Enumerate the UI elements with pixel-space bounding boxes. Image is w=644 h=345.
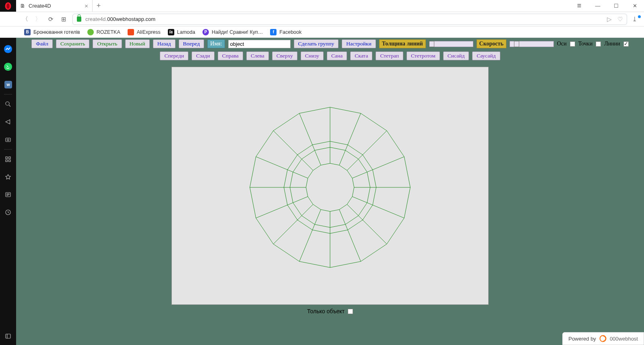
new-tab-button[interactable]: + [93, 0, 105, 12]
svg-line-68 [312, 145, 315, 150]
points-checkbox[interactable] [596, 41, 601, 47]
speed-slider[interactable] [510, 41, 554, 47]
search-icon[interactable] [0, 95, 16, 113]
bookmark-label: Найди! Сравни! Куп… [212, 29, 263, 35]
bookmark-icon-rozetka [87, 29, 94, 35]
bookmark-rozetka[interactable]: ROZETKA [87, 29, 120, 35]
bookmark-lamoda[interactable]: laLamoda [168, 29, 195, 35]
bookmarks-icon[interactable] [0, 168, 16, 186]
name-label: Имя: [207, 39, 225, 48]
svg-line-25 [339, 150, 345, 165]
view-left-button[interactable]: Слева [246, 51, 269, 60]
messenger-icon[interactable] [0, 40, 16, 58]
send-icon[interactable]: ▷ [607, 16, 612, 23]
content-row: w Файл Сохранить Открыть Новый Назад Впе… [0, 38, 644, 345]
svg-line-40 [347, 204, 358, 216]
bookmark-facebook[interactable]: fFacebook [270, 29, 301, 35]
settings-button[interactable]: Настройки [342, 39, 376, 48]
url-input[interactable]: create4d.000webhostapp.com ▷ ♡ [72, 14, 627, 25]
undo-button[interactable]: Назад [153, 39, 175, 48]
maximize-button[interactable]: ☐ [607, 0, 625, 12]
forward-nav-icon[interactable]: 〉 [34, 15, 42, 23]
view-sisayd-button[interactable]: Сисайд [443, 51, 469, 60]
save-button[interactable]: Сохранить [56, 39, 89, 48]
svg-line-43 [339, 209, 345, 224]
line-width-slider[interactable] [429, 41, 473, 47]
host-footer[interactable]: Powered by 000webhost [562, 332, 644, 345]
downloads-icon[interactable]: ⤓ [632, 15, 641, 23]
object-name-input[interactable] [228, 40, 291, 48]
browser-tab[interactable]: 🗎 Create4D × [16, 0, 93, 12]
bookmark-icon-b: B [24, 29, 31, 35]
svg-line-51 [273, 220, 297, 244]
open-button[interactable]: Открыть [93, 39, 122, 48]
svg-line-27 [363, 131, 387, 155]
snapshot-icon[interactable] [0, 131, 16, 148]
render-canvas[interactable] [171, 67, 489, 305]
redo-button[interactable]: Вперед [179, 39, 204, 48]
only-object-checkbox[interactable] [348, 309, 353, 314]
close-window-button[interactable]: ✕ [625, 0, 644, 12]
svg-line-49 [315, 209, 321, 224]
view-stetrap-button[interactable]: Стетрап [376, 51, 403, 60]
heart-icon[interactable]: ♡ [617, 16, 623, 23]
view-right-button[interactable]: Справа [218, 51, 243, 60]
view-stetrotom-button[interactable]: Стетротом [407, 51, 440, 60]
view-front-button[interactable]: Спереди [160, 51, 188, 60]
make-group-button[interactable]: Сделать группу [294, 39, 339, 48]
svg-line-53 [297, 216, 302, 220]
reload-icon[interactable]: ⟳ [47, 16, 55, 23]
vk-icon[interactable]: w [0, 76, 16, 93]
view-sausayd-button[interactable]: Саусайд [472, 51, 500, 60]
svg-line-39 [363, 220, 387, 244]
svg-line-55 [293, 197, 308, 203]
flow-icon[interactable] [0, 113, 16, 131]
sidebar-toggle-icon[interactable] [0, 327, 16, 345]
view-sana-button[interactable]: Сана [327, 51, 347, 60]
view-top-button[interactable]: Сверху [272, 51, 297, 60]
minimize-button[interactable]: — [588, 0, 607, 12]
svg-line-62 [287, 170, 293, 172]
tab-title: Create4D [29, 3, 51, 9]
url-domain: 000webhostapp.com [107, 16, 155, 22]
svg-line-29 [358, 155, 363, 159]
view-bottom-button[interactable]: Снизу [301, 51, 324, 60]
svg-line-42 [348, 230, 361, 261]
view-back-button[interactable]: Сзади [192, 51, 214, 60]
tabs-menu-icon[interactable]: ≡ [570, 0, 588, 12]
axes-checkbox[interactable] [570, 41, 575, 47]
bookmark-booking[interactable]: BБронювання готелів [24, 29, 80, 35]
svg-line-65 [297, 155, 302, 159]
svg-line-38 [367, 203, 373, 205]
points-checkbox-label: Точки [578, 41, 592, 47]
speeddial-icon[interactable]: ⊞ [60, 16, 68, 23]
page-icon: 🗎 [20, 3, 25, 9]
svg-line-56 [287, 203, 293, 205]
window-controls: ≡ — ☐ ✕ [570, 0, 644, 12]
opera-logo [0, 0, 16, 12]
opera-sidebar: w [0, 38, 16, 345]
svg-line-44 [345, 224, 348, 230]
svg-line-48 [299, 230, 312, 261]
bookmark-aliexpress[interactable]: AliExpress [128, 29, 161, 35]
speeddial-side-icon[interactable] [0, 150, 16, 168]
lines-checkbox[interactable] [623, 41, 629, 47]
browser-tab-bar: 🗎 Create4D × + ≡ — ☐ ✕ [0, 0, 644, 12]
powered-by-label: Powered by [568, 336, 596, 342]
history-icon[interactable] [0, 203, 16, 221]
bookmark-compare[interactable]: PНайди! Сравни! Куп… [202, 29, 263, 35]
back-nav-icon[interactable]: 〈 [21, 15, 29, 23]
svg-point-1 [6, 3, 10, 8]
view-skata-button[interactable]: Ската [350, 51, 372, 60]
news-icon[interactable] [0, 186, 16, 203]
svg-line-26 [345, 145, 348, 150]
svg-line-60 [256, 157, 287, 170]
file-button[interactable]: Файл [31, 39, 53, 48]
svg-text:w: w [6, 82, 10, 87]
new-button[interactable]: Новый [125, 39, 150, 48]
whatsapp-icon[interactable] [0, 58, 16, 76]
close-tab-icon[interactable]: × [85, 2, 88, 9]
bookmark-label: Бронювання готелів [33, 29, 80, 35]
svg-line-64 [302, 159, 313, 170]
bookmark-label: Facebook [279, 29, 301, 35]
